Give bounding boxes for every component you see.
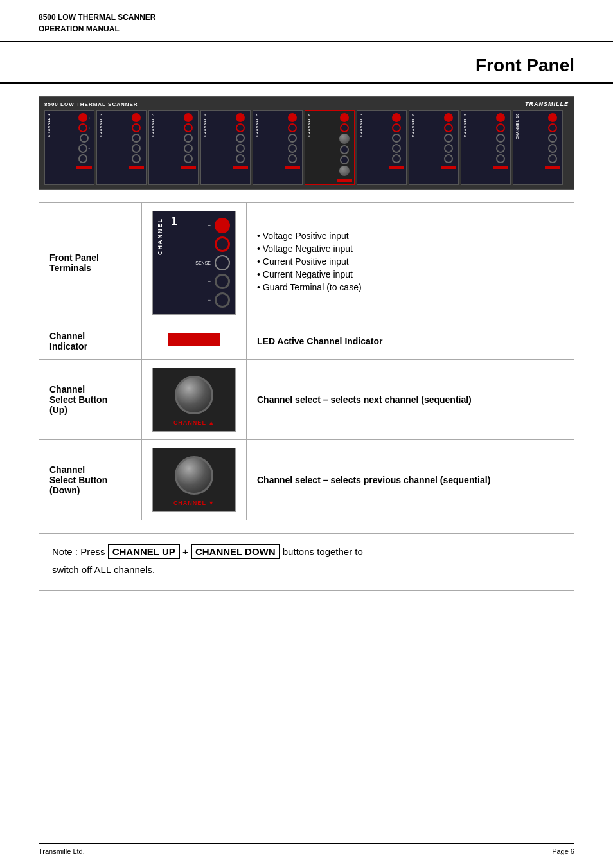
led-indicator [168,333,220,346]
terminals-label: Front Panel Terminals [39,203,142,323]
fp-channel-4: CHANNEL 4 [200,110,251,185]
table-row-indicator: Channel Indicator LED Active Channel Ind… [39,323,574,360]
note-box: Note : Press CHANNEL UP + CHANNEL DOWN b… [39,533,574,591]
indicator-label: Channel Indicator [39,323,142,360]
fp-channel-8: CHANNEL 8 [409,110,459,185]
channel-up-image: CHANNEL ▲ [142,360,247,440]
fp-header-bar: 8500 LOW THERMAL SCANNER TRANSMILLE [44,101,569,107]
fp-ch1-label: CHANNEL 1 [47,113,51,137]
fp-terminal-neg2 [78,154,87,163]
channel-up-desc: Channel select – selects next channel (s… [247,360,574,440]
note-suffix: buttons together to [280,546,363,557]
fp-channel-10: CHANNEL 10 [513,110,563,185]
channel-down-image: CHANNEL ▼ [142,440,247,520]
fp-channel-1: CHANNEL 1 + + − [44,110,94,185]
note-line2-text: switch off ALL channels. [52,564,155,575]
table-row-terminals: Front Panel Terminals CHANNEL 1 + + [39,203,574,323]
terminal-ineg [215,274,230,289]
front-panel-diagram: 8500 LOW THERMAL SCANNER TRANSMILLE CHAN… [39,96,574,190]
channel-up-box: CHANNEL UP [108,544,180,559]
table-row-channel-up: Channel Select Button (Up) CHANNEL ▲ Cha… [39,360,574,440]
channel-down-label: Channel Select Button (Down) [39,440,142,520]
fp-channel-3: CHANNEL 3 [148,110,199,185]
section-title-area: Front Panel [0,42,613,84]
page-footer: Transmille Ltd. Page 6 [39,843,574,855]
indicator-desc-text: LED Active Channel Indicator [257,336,383,346]
fp-channels-row: CHANNEL 1 + + − [44,110,569,185]
channel-down-desc-text: Channel select – selects previous channe… [257,475,490,485]
terminals-list: Voltage Positive input Voltage Negative … [257,231,564,292]
footer-left: Transmille Ltd. [39,847,85,855]
fp-terminal-red1 [78,113,87,122]
header-line2: OPERATION MANUAL [39,24,120,33]
terminal-vpos [215,218,230,233]
channel-up-button-container: CHANNEL ▲ [152,368,236,432]
fp-terminal-mid [80,134,89,143]
fp-channel-6: CHANNEL 6 [305,110,355,185]
fp-channel-5: CHANNEL 5 [253,110,303,185]
fp-channel-9: CHANNEL 9 [461,110,511,185]
terminal-vneg [215,292,230,308]
channel-up-button[interactable] [175,376,213,414]
channel-down-desc: Channel select – selects previous channe… [247,440,574,520]
fp-indicator-1 [76,166,92,169]
fp-channel-2: CHANNEL 2 [96,110,147,185]
fp-terminal-neg1 [78,144,87,153]
cd-channel-num: 1 [171,215,177,228]
table-row-channel-down: Channel Select Button (Down) CHANNEL ▼ C… [39,440,574,520]
page-title: Front Panel [475,55,574,75]
content-table: Front Panel Terminals CHANNEL 1 + + [39,202,574,520]
fp-brand-right: TRANSMILLE [525,101,569,107]
terminal-sense [215,255,230,270]
header-line1: 8500 LOW THERMAL SCANNER [39,13,155,22]
terminals-desc: Voltage Positive input Voltage Negative … [247,203,574,323]
fp-terminal-red2 [78,123,87,132]
fp-ch2-label: CHANNEL 2 [99,113,103,137]
fp-brand-left: 8500 LOW THERMAL SCANNER [44,102,138,107]
note-prefix: Note : Press [52,546,108,557]
fp-channel-7: CHANNEL 7 [357,110,407,185]
cd-channel-label: CHANNEL [157,218,163,255]
page-header: 8500 LOW THERMAL SCANNER OPERATION MANUA… [0,0,613,42]
channel-up-btn-label: CHANNEL ▲ [173,420,215,426]
channel-up-desc-text: Channel select – selects next channel (s… [257,394,472,405]
terminals-image: CHANNEL 1 + + SENSE [142,203,247,323]
footer-right: Page 6 [552,847,574,855]
indicator-image [142,323,247,360]
terminal-ipos [215,236,230,252]
channel-down-button-container: CHANNEL ▼ [152,448,236,512]
note-plus: + [180,546,191,557]
channel-down-button[interactable] [175,456,213,495]
indicator-desc: LED Active Channel Indicator [247,323,574,360]
channel-down-btn-label: CHANNEL ▼ [173,500,215,506]
note-line1: Note : Press CHANNEL UP + CHANNEL DOWN b… [52,544,561,559]
header-title: 8500 LOW THERMAL SCANNER OPERATION MANUA… [39,12,574,35]
channel-up-label: Channel Select Button (Up) [39,360,142,440]
note-line2: switch off ALL channels. [52,564,561,575]
channel-down-box: CHANNEL DOWN [191,544,280,559]
